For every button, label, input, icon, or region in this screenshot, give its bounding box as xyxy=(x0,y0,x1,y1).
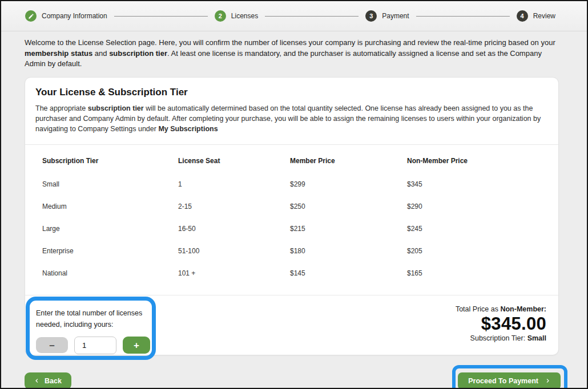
back-button-label: Back xyxy=(45,377,62,385)
table-row: Enterprise51-100$180$205 xyxy=(42,240,547,262)
step-label: Licenses xyxy=(231,12,258,20)
text-segment: Total Price as xyxy=(456,305,501,313)
wizard-stepper: Company Information 2 Licenses 3 Payment… xyxy=(1,1,587,31)
table-cell: $145 xyxy=(290,269,407,277)
card-footer: Enter the total number of licenses neede… xyxy=(25,295,558,355)
table-cell: 16-50 xyxy=(178,225,290,233)
step-number-badge: 2 xyxy=(215,10,226,22)
license-selection-page: Company Information 2 Licenses 3 Payment… xyxy=(0,0,588,389)
table-cell: 101 + xyxy=(178,269,290,277)
plus-icon[interactable]: + xyxy=(123,337,150,354)
text-segment: membership status xyxy=(25,49,92,58)
chevron-right-icon xyxy=(545,378,550,383)
table-cell: $345 xyxy=(407,180,547,188)
table-cell: $215 xyxy=(290,225,407,233)
table-cell: $165 xyxy=(407,269,547,277)
bottom-action-bar: Back Proceed To Payment xyxy=(25,372,561,389)
stepper-connector xyxy=(114,16,208,17)
chevron-left-icon xyxy=(34,378,39,383)
text-segment: Subscription Tier: xyxy=(470,334,527,342)
minus-icon[interactable]: – xyxy=(36,337,68,353)
proceed-wrapper: Proceed To Payment xyxy=(458,372,561,389)
pencil-icon xyxy=(25,10,37,22)
table-header-row: Subscription Tier License Seat Member Pr… xyxy=(42,145,547,173)
table-cell: 51-100 xyxy=(178,247,290,255)
table-cell: $205 xyxy=(407,247,547,255)
text-segment: The appropriate xyxy=(35,104,88,112)
quantity-stepper: – + xyxy=(36,337,162,354)
step-company-information[interactable]: Company Information xyxy=(25,10,107,22)
step-label: Payment xyxy=(382,12,409,20)
text-segment: Small xyxy=(527,334,546,342)
proceed-to-payment-button[interactable]: Proceed To Payment xyxy=(458,372,561,389)
table-cell: $250 xyxy=(290,202,407,210)
table-cell: $180 xyxy=(290,247,407,255)
table-cell: $299 xyxy=(290,180,407,188)
card-description: The appropriate subscription tier will b… xyxy=(35,103,545,134)
quantity-label: Enter the total number of licenses neede… xyxy=(36,307,153,330)
total-price-amount: $345.00 xyxy=(456,313,546,334)
text-segment: Welcome to the License Selection page. H… xyxy=(25,38,555,47)
column-header: Subscription Tier xyxy=(42,157,178,165)
text-segment: My Subscriptions xyxy=(158,125,218,133)
total-price-label: Total Price as Non-Member: xyxy=(456,305,546,313)
stepper-connector xyxy=(265,16,359,17)
step-payment[interactable]: 3 Payment xyxy=(365,10,409,22)
stepper-connector xyxy=(416,16,510,17)
table-body: Small1$299$345Medium2-15$250$290Large16-… xyxy=(42,173,547,285)
text-segment: Non-Member: xyxy=(500,305,546,313)
license-card: Your License & Subscription Tier The app… xyxy=(25,77,559,355)
column-header: Non-Member Price xyxy=(407,157,547,165)
back-button[interactable]: Back xyxy=(25,372,71,389)
card-header: Your License & Subscription Tier The app… xyxy=(25,78,558,144)
quantity-input[interactable] xyxy=(74,337,116,354)
subscription-tier-label: Subscription Tier: Small xyxy=(456,334,546,342)
step-label: Review xyxy=(533,12,555,20)
step-number-badge: 4 xyxy=(517,10,528,22)
card-title: Your License & Subscription Tier xyxy=(35,87,545,98)
table-row: Large16-50$215$245 xyxy=(42,218,547,240)
total-price-section: Total Price as Non-Member: $345.00 Subsc… xyxy=(456,295,558,355)
proceed-button-label: Proceed To Payment xyxy=(468,377,538,385)
table-cell: Small xyxy=(42,180,178,188)
column-header: Member Price xyxy=(290,157,407,165)
text-segment: and xyxy=(92,49,109,58)
step-number-badge: 3 xyxy=(365,10,377,22)
table-row: Medium2-15$250$290 xyxy=(42,196,547,218)
step-label: Company Information xyxy=(42,12,107,20)
intro-text: Welcome to the License Selection page. H… xyxy=(25,38,559,70)
table-cell: $245 xyxy=(407,225,547,233)
table-cell: $290 xyxy=(407,202,547,210)
table-cell: 2-15 xyxy=(178,202,290,210)
table-cell: 1 xyxy=(178,180,290,188)
table-cell: Medium xyxy=(42,202,178,210)
quantity-section: Enter the total number of licenses neede… xyxy=(25,295,162,355)
step-licenses[interactable]: 2 Licenses xyxy=(215,10,258,22)
text-segment: subscription tier xyxy=(109,49,167,58)
table-row: National101 +$145$165 xyxy=(42,262,547,285)
table-cell: National xyxy=(42,269,178,277)
table-row: Small1$299$345 xyxy=(42,173,547,196)
step-review[interactable]: 4 Review xyxy=(517,10,555,22)
table-cell: Large xyxy=(42,225,178,233)
table-cell: Enterprise xyxy=(42,247,178,255)
column-header: License Seat xyxy=(178,157,290,165)
pricing-table: Subscription Tier License Seat Member Pr… xyxy=(25,145,558,295)
text-segment: subscription tier xyxy=(88,104,144,112)
